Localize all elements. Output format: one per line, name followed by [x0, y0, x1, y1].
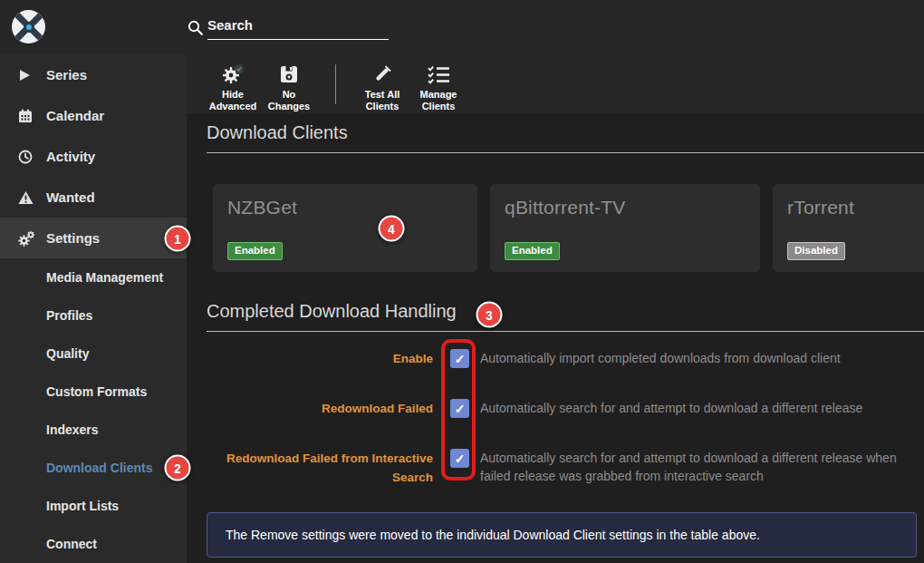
sidebar-subitem-download-clients[interactable]: Download Clients [0, 449, 187, 487]
warning-icon [18, 190, 46, 205]
sidebar-item-series[interactable]: Series [0, 54, 187, 95]
info-alert-text: The Remove settings were moved to the in… [226, 528, 760, 542]
sidebar-subitem-label: Import Lists [46, 499, 119, 513]
field-description: Automatically search for and attempt to … [480, 399, 906, 417]
sidebar-subitem-media-management[interactable]: Media Management [0, 258, 187, 296]
sonarr-app: Series Calendar Activity Wanted [0, 0, 924, 563]
sidebar-subitem-label: Custom Formats [46, 384, 147, 399]
manage-clients-button[interactable]: ManageClients [410, 62, 467, 112]
gears-icon [18, 230, 46, 247]
annotation-marker-4: 4 [379, 216, 405, 242]
sidebar-subitem-connect[interactable]: Connect [0, 525, 187, 563]
sidebar-item-wanted[interactable]: Wanted [0, 177, 187, 218]
sidebar-item-label: Calendar [46, 108, 104, 123]
sidebar-item-activity[interactable]: Activity [0, 136, 187, 177]
sidebar-item-label: Activity [46, 149, 95, 164]
client-card-title: rTorrent [787, 197, 924, 218]
sidebar-item-settings[interactable]: Settings [0, 218, 187, 258]
sidebar-subitem-profiles[interactable]: Profiles [0, 296, 187, 335]
checklist-icon [427, 62, 450, 86]
sidebar-subitem-label: Download Clients [46, 461, 152, 475]
annotation-rectangle [441, 339, 476, 480]
main-content: Download Clients NZBGet Enabled qBittorr… [187, 113, 924, 563]
status-badge: Disabled [787, 242, 845, 260]
search-icon [188, 20, 203, 39]
toolbar-button-label: HideAdvanced [209, 89, 257, 112]
gear-check-icon [221, 62, 245, 86]
sidebar: Series Calendar Activity Wanted [0, 54, 187, 563]
field-description: Automatically import completed downloads… [480, 349, 906, 367]
no-changes-button[interactable]: NoChanges [261, 62, 317, 112]
completed-download-handling-heading: Completed Download Handling [207, 301, 924, 332]
calendar-icon [18, 109, 46, 123]
client-card-title: NZBGet [227, 197, 463, 218]
page-toolbar: HideAdvanced NoChanges [187, 54, 924, 113]
annotation-marker-1: 1 [165, 226, 191, 252]
client-card-rtorrent[interactable]: rTorrent Disabled [773, 184, 924, 272]
vial-icon [371, 62, 393, 86]
status-badge: Enabled [505, 242, 560, 260]
logo-center-dot [24, 22, 34, 33]
download-client-cards: NZBGet Enabled qBittorrent-TV Enabled rT… [213, 184, 924, 272]
form-row-redownload-failed-interactive: Redownload Failed from Interactive Searc… [207, 449, 924, 487]
toolbar-button-label: NoChanges [268, 89, 310, 112]
sonarr-logo[interactable] [12, 10, 45, 44]
field-label: Redownload Failed from Interactive Searc… [207, 449, 433, 487]
client-card-title: qBittorrent-TV [505, 197, 746, 218]
sidebar-subitem-label: Media Management [46, 270, 163, 285]
sidebar-item-label: Settings [46, 230, 100, 246]
sidebar-subitem-quality[interactable]: Quality [0, 335, 187, 373]
info-alert: The Remove settings were moved to the in… [207, 512, 917, 558]
sidebar-subitem-label: Quality [46, 346, 89, 361]
sidebar-subitem-label: Indexers [46, 422, 99, 437]
sidebar-item-calendar[interactable]: Calendar [0, 95, 187, 136]
field-label: Redownload Failed [207, 399, 433, 418]
sidebar-subitem-import-lists[interactable]: Import Lists [0, 487, 187, 525]
hide-advanced-button[interactable]: HideAdvanced [205, 62, 261, 112]
play-icon [18, 69, 46, 82]
sidebar-item-label: Series [46, 67, 87, 83]
completed-download-handling-form: Enable Automatically import completed do… [207, 349, 924, 518]
search-bar [187, 0, 389, 54]
form-row-redownload-failed: Redownload Failed Automatically search f… [207, 399, 924, 418]
search-input[interactable] [207, 15, 389, 40]
field-label: Enable [207, 349, 433, 368]
form-row-enable: Enable Automatically import completed do… [207, 349, 924, 368]
save-icon [279, 62, 299, 86]
annotation-marker-2: 2 [165, 455, 191, 481]
annotation-marker-3: 3 [476, 302, 503, 328]
sidebar-subitem-indexers[interactable]: Indexers [0, 411, 187, 449]
status-badge: Enabled [227, 242, 283, 260]
toolbar-button-label: ManageClients [420, 89, 457, 112]
download-clients-heading: Download Clients [207, 122, 924, 153]
toolbar-divider [335, 64, 336, 104]
sidebar-item-label: Wanted [46, 189, 95, 205]
sidebar-subitem-label: Connect [46, 537, 97, 551]
client-card-nzbget[interactable]: NZBGet Enabled [213, 184, 477, 272]
test-all-clients-button[interactable]: Test AllClients [354, 62, 410, 112]
clock-icon [18, 150, 46, 164]
sidebar-subitem-label: Profiles [46, 308, 92, 323]
client-card-qbittorrent-tv[interactable]: qBittorrent-TV Enabled [490, 184, 760, 272]
field-description: Automatically search for and attempt to … [480, 449, 906, 485]
top-bar [0, 0, 924, 54]
sidebar-subitem-custom-formats[interactable]: Custom Formats [0, 373, 187, 411]
toolbar-button-label: Test AllClients [365, 89, 400, 112]
